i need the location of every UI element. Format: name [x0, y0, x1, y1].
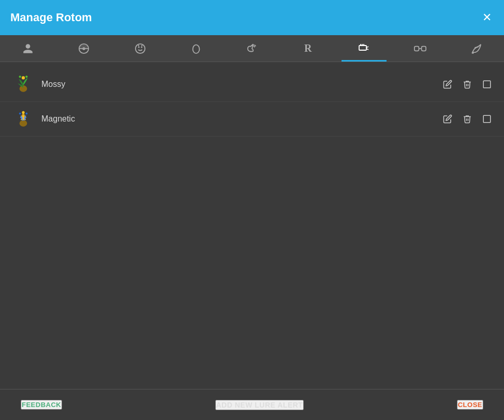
- tab-guitar[interactable]: [224, 35, 280, 62]
- lure-name-mossy: Mossy: [41, 80, 441, 89]
- lure-magnetic-actions: [441, 112, 494, 126]
- edit-mossy-button[interactable]: [441, 78, 454, 91]
- svg-line-7: [254, 46, 255, 47]
- lure-list-content: Mossy: [0, 62, 504, 389]
- tab-pokeball[interactable]: [56, 35, 112, 62]
- edit-magnetic-button[interactable]: [441, 112, 454, 126]
- svg-rect-14: [414, 46, 419, 51]
- tab-bar: R: [0, 35, 504, 62]
- tab-egg[interactable]: [168, 35, 224, 62]
- svg-rect-23: [483, 81, 491, 88]
- goggles-icon: [414, 43, 426, 54]
- lure-name-magnetic: Magnetic: [41, 114, 441, 124]
- r-label: R: [304, 42, 312, 54]
- magnetic-lure-icon: [10, 106, 36, 132]
- svg-rect-30: [483, 115, 491, 123]
- list-item: Mossy: [0, 67, 504, 102]
- svg-rect-15: [421, 46, 426, 51]
- egg-icon: [190, 43, 202, 54]
- guitar-icon: [246, 43, 258, 54]
- svg-point-28: [19, 113, 21, 115]
- mossy-lure-icon: [10, 71, 36, 97]
- profile-icon: [22, 43, 34, 54]
- tab-lure[interactable]: [336, 35, 392, 62]
- list-item: Magnetic: [0, 102, 504, 137]
- modal-footer: FEEDBACK ADD NEW LURE ALERT CLOSE: [0, 389, 504, 420]
- close-button[interactable]: CLOSE: [457, 400, 483, 410]
- checkbox-mossy-button[interactable]: [480, 78, 494, 91]
- svg-point-2: [135, 43, 144, 53]
- leaf-icon: [470, 43, 482, 54]
- trash-icon: [463, 114, 472, 124]
- add-lure-alert-button[interactable]: ADD NEW LURE ALERT: [215, 400, 304, 410]
- svg-line-18: [426, 48, 426, 49]
- svg-point-22: [25, 76, 27, 78]
- svg-line-6: [255, 44, 256, 46]
- tab-r[interactable]: R: [280, 35, 336, 62]
- close-x-button[interactable]: ✕: [480, 10, 494, 25]
- svg-point-29: [25, 113, 27, 115]
- modal-overlay: Manage Rotom ✕: [0, 0, 504, 420]
- tab-goggles[interactable]: [392, 35, 448, 62]
- lure-icon: [358, 42, 370, 55]
- delete-magnetic-button[interactable]: [461, 112, 474, 126]
- edit-icon: [443, 80, 452, 89]
- edit-icon: [443, 114, 452, 124]
- lure-mossy-actions: [441, 78, 494, 91]
- modal: Manage Rotom ✕: [0, 0, 504, 420]
- smiley-icon: [135, 43, 146, 54]
- modal-header: Manage Rotom ✕: [0, 0, 504, 35]
- pokeball-icon: [78, 43, 90, 54]
- svg-point-5: [192, 44, 199, 53]
- svg-rect-8: [359, 46, 366, 50]
- checkbox-icon: [482, 114, 492, 124]
- feedback-button[interactable]: FEEDBACK: [21, 400, 62, 410]
- tab-smiley[interactable]: [112, 35, 168, 62]
- trash-icon: [463, 80, 472, 89]
- svg-line-17: [414, 48, 414, 49]
- tab-profile[interactable]: [0, 35, 56, 62]
- svg-point-24: [20, 120, 27, 127]
- tab-leaf[interactable]: [448, 35, 504, 62]
- modal-title: Manage Rotom: [10, 11, 92, 24]
- svg-point-27: [22, 111, 24, 114]
- checkbox-magnetic-button[interactable]: [480, 112, 494, 126]
- svg-point-21: [19, 76, 21, 78]
- checkbox-icon: [482, 80, 492, 89]
- svg-point-20: [22, 76, 25, 79]
- delete-mossy-button[interactable]: [461, 78, 474, 91]
